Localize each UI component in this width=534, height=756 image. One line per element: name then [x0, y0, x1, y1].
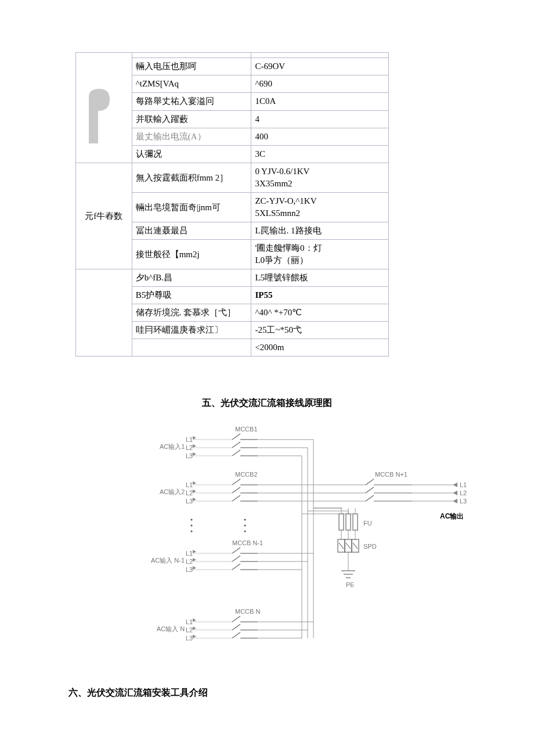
- svg-text:SPD: SPD: [363, 543, 377, 550]
- r-shape-cell: [76, 53, 132, 163]
- spd-block: SPD: [338, 530, 377, 571]
- pe-ground: PE: [341, 571, 355, 588]
- section-5-title: 五、光伏交流汇流箱接线原理图: [0, 397, 534, 409]
- ac-in-2-label: AC输入2: [160, 488, 185, 495]
- row-value: ZC-YJV-O,^1KV5XLS5mnn2: [251, 193, 389, 222]
- r-icon: [84, 87, 117, 145]
- row-value: C-69OV: [251, 58, 389, 75]
- wiring-diagram: .lbl { font: 11px sans-serif; fill:#777;…: [0, 421, 534, 673]
- row-empty-label: [132, 53, 251, 58]
- svg-line-104: [346, 543, 351, 549]
- mccb-n-label: MCCB N: [235, 608, 260, 615]
- svg-text:L2: L2: [460, 489, 467, 496]
- svg-text:L2: L2: [186, 444, 193, 451]
- input-group-1: L1 L2 L3: [186, 434, 313, 459]
- svg-line-105: [353, 543, 358, 549]
- row-label: 冨出連聂最吕: [132, 222, 251, 240]
- svg-line-61: [232, 632, 240, 638]
- row-label: 輛出皂境暂面奇|jnm可: [132, 193, 251, 222]
- row-value: -25工~*50弋: [251, 322, 389, 339]
- svg-line-57: [232, 616, 240, 622]
- vdots: [190, 519, 246, 532]
- svg-point-35: [244, 530, 246, 532]
- section-6-title: 六、光伏交流汇流箱安装工具介绍: [68, 687, 534, 699]
- svg-text:FU: FU: [363, 520, 372, 527]
- svg-point-34: [244, 524, 246, 526]
- wiring-diagram-svg: .lbl { font: 11px sans-serif; fill:#777;…: [64, 421, 470, 671]
- output-breaker: [366, 479, 412, 501]
- row-value: 4: [251, 110, 389, 128]
- row-label: 輛入电压也那呵: [132, 58, 251, 75]
- svg-line-76: [366, 495, 374, 501]
- row-label: 接世般径【mm2j: [132, 240, 251, 269]
- row-label: B5护尊吸: [132, 287, 251, 304]
- group-label: 元f牛舂数: [76, 163, 132, 269]
- spec-table: 輛入电压也那呵 C-69OV ^tZMS[VAq ^690 每路舉丈祐入宴溢冋 …: [75, 52, 389, 357]
- mccb-n-plus-1-label: MCCB N+1: [375, 471, 407, 478]
- row-label: ^tZMS[VAq: [132, 75, 251, 93]
- svg-text:L3: L3: [186, 498, 193, 505]
- svg-rect-88: [353, 514, 358, 530]
- input-group-n: L1 L2 L3: [186, 616, 313, 642]
- row-value: ^40^ *+70℃: [251, 304, 389, 322]
- svg-line-72: [366, 479, 374, 485]
- row-value: IP55: [251, 287, 389, 304]
- row-label: 并联輸入躍藪: [132, 110, 251, 128]
- svg-point-30: [190, 519, 192, 520]
- svg-text:L2: L2: [186, 627, 193, 633]
- svg-rect-87: [346, 514, 351, 530]
- svg-line-23: [232, 487, 240, 493]
- svg-line-6: [232, 434, 240, 440]
- svg-text:PE: PE: [346, 581, 355, 588]
- mccb2-label: MCCB2: [235, 471, 258, 478]
- svg-point-32: [190, 530, 192, 532]
- svg-line-8: [232, 442, 240, 448]
- svg-text:L2: L2: [186, 489, 193, 496]
- input-group-2: L1 L2 L3: [186, 479, 313, 505]
- svg-line-59: [232, 624, 240, 630]
- row-label: 夕b^fB.昌: [132, 269, 251, 287]
- ac-out-label: AC输出: [440, 512, 464, 520]
- input-group-n-1: L1 L2 L3: [186, 548, 313, 573]
- svg-text:L1: L1: [186, 481, 193, 488]
- svg-text:L1: L1: [460, 481, 467, 488]
- svg-text:L1: L1: [186, 618, 193, 625]
- svg-text:L3: L3: [460, 498, 467, 505]
- svg-text:L3: L3: [186, 452, 193, 459]
- svg-line-103: [339, 543, 344, 549]
- svg-line-46: [232, 564, 240, 570]
- row-value: 1C0A: [251, 93, 389, 110]
- row-label: 無入按霆截面积fmm 2］: [132, 163, 251, 193]
- svg-point-31: [190, 524, 192, 526]
- svg-text:L1: L1: [186, 550, 193, 557]
- mccb1-label: MCCB1: [235, 426, 258, 433]
- row-label: 认彌况: [132, 145, 251, 163]
- row-value: '圃走饞憚晦0：灯L0爭方（丽）: [251, 240, 389, 269]
- row-value: 400: [251, 128, 389, 145]
- svg-point-33: [244, 519, 246, 520]
- row-value: 0 YJV-0.6/1KV3X35mm2: [251, 163, 389, 193]
- svg-text:L2: L2: [186, 558, 193, 565]
- fu-block: FU: [302, 508, 372, 530]
- svg-line-21: [232, 479, 240, 485]
- row-label: 哇冃环嵋溫庚養求江〕: [132, 322, 251, 339]
- row-value: L5哩號锌餵板: [251, 269, 389, 287]
- row-value: L罠输出. 1路接电: [251, 222, 389, 240]
- row-label: 最丈输出电流(A）: [132, 128, 251, 145]
- ac-in-n-label: AC输入 N: [157, 625, 185, 632]
- svg-line-42: [232, 548, 240, 553]
- svg-text:L1: L1: [186, 436, 193, 443]
- row-label: 储存圻境浣. 套慕求［弋］: [132, 304, 251, 322]
- row-value: ^690: [251, 75, 389, 93]
- row-value: 3C: [251, 145, 389, 163]
- svg-line-44: [232, 556, 240, 561]
- row-label: 每路舉丈祐入宴溢冋: [132, 93, 251, 110]
- row-value: <2000m: [251, 339, 389, 357]
- group-empty: [76, 269, 132, 357]
- mccb-n-1-label: MCCB N-1: [232, 539, 263, 546]
- ac-in-1-label: AC输入1: [160, 443, 185, 450]
- svg-line-25: [232, 495, 240, 501]
- ac-in-n-1-label: AC输入 N-1: [151, 557, 185, 564]
- row-label: [132, 339, 251, 357]
- row-empty-value: [251, 53, 389, 58]
